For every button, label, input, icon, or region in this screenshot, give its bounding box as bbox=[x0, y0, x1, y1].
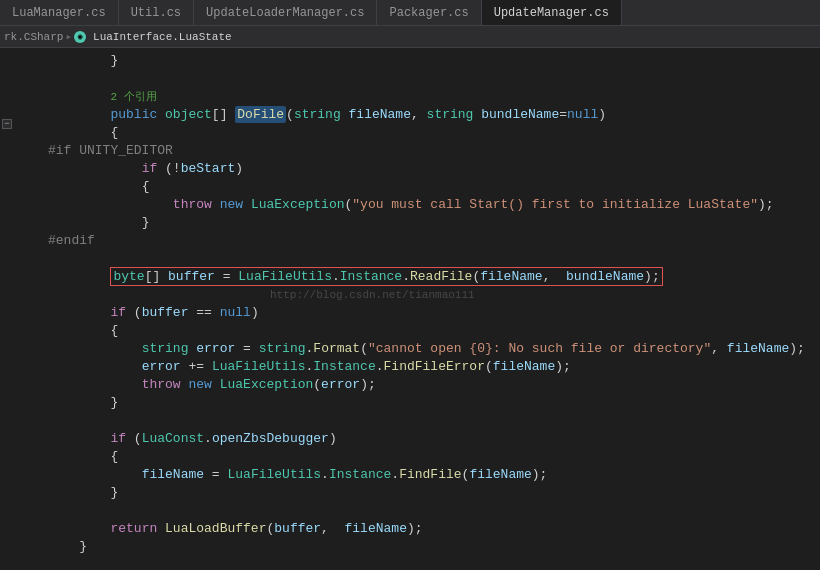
code-line: throw new LuaException(error); bbox=[0, 376, 820, 394]
line-content: { bbox=[40, 322, 820, 340]
code-area[interactable]: } 2 个引用 − public object[] DoFile(string … bbox=[0, 48, 820, 570]
code-line: fileName = LuaFileUtils.Instance.FindFil… bbox=[0, 466, 820, 484]
line-content: throw new LuaException("you must call St… bbox=[40, 196, 820, 214]
code-line: 2 个引用 bbox=[0, 88, 820, 106]
line-content: if (buffer == null) bbox=[40, 304, 820, 322]
code-line bbox=[0, 502, 820, 520]
breadcrumb-right: ◉ LuaInterface.LuaState bbox=[74, 31, 232, 43]
code-line: } bbox=[0, 52, 820, 70]
code-line: #if UNITY_EDITOR bbox=[0, 142, 820, 160]
code-line: if (!beStart) bbox=[0, 160, 820, 178]
line-content: return LuaLoadBuffer(buffer, fileName); bbox=[40, 520, 820, 538]
code-line: { bbox=[0, 322, 820, 340]
tab-util[interactable]: Util.cs bbox=[119, 0, 194, 25]
line-content: } bbox=[40, 538, 820, 556]
code-line: { bbox=[0, 124, 820, 142]
line-content: { bbox=[40, 124, 820, 142]
line-content: } bbox=[40, 214, 820, 232]
code-line bbox=[0, 70, 820, 88]
collapse-btn[interactable]: − bbox=[2, 119, 12, 129]
code-line: string error = string.Format("cannot ope… bbox=[0, 340, 820, 358]
throw-line: throw new LuaException("you must call St… bbox=[0, 196, 820, 214]
tab-packager[interactable]: Packager.cs bbox=[377, 0, 481, 25]
code-line: } bbox=[0, 484, 820, 502]
code-line bbox=[0, 286, 820, 304]
line-content: string error = string.Format("cannot ope… bbox=[40, 340, 820, 358]
line-content: throw new LuaException(error); bbox=[40, 376, 820, 394]
line-content: } bbox=[40, 52, 820, 70]
line-content: byte[] buffer = LuaFileUtils.Instance.Re… bbox=[40, 268, 820, 286]
line-content bbox=[40, 250, 820, 268]
code-line: #endif bbox=[0, 232, 820, 250]
line-content: if (!beStart) bbox=[40, 160, 820, 178]
line-content bbox=[40, 502, 820, 520]
code-line: } bbox=[0, 538, 820, 556]
highlighted-code-line: byte[] buffer = LuaFileUtils.Instance.Re… bbox=[0, 268, 820, 286]
code-line: } bbox=[0, 394, 820, 412]
line-content: { bbox=[40, 178, 820, 196]
line-content: } bbox=[40, 484, 820, 502]
line-content: fileName = LuaFileUtils.Instance.FindFil… bbox=[40, 466, 820, 484]
code-line: if (LuaConst.openZbsDebugger) bbox=[0, 430, 820, 448]
line-content: #endif bbox=[40, 232, 820, 250]
line-content: } bbox=[40, 394, 820, 412]
line-content bbox=[40, 70, 820, 88]
code-line: return LuaLoadBuffer(buffer, fileName); bbox=[0, 520, 820, 538]
tab-luamanager[interactable]: LuaManager.cs bbox=[0, 0, 119, 25]
code-line bbox=[0, 250, 820, 268]
code-line: − public object[] DoFile(string fileName… bbox=[0, 106, 820, 124]
tab-bar: LuaManager.cs Util.cs UpdateLoaderManage… bbox=[0, 0, 820, 26]
code-line: { bbox=[0, 178, 820, 196]
line-content: 2 个引用 bbox=[40, 88, 820, 106]
tab-updateloadermanager[interactable]: UpdateLoaderManager.cs bbox=[194, 0, 377, 25]
breadcrumb-bar: rk.CSharp ▸ ◉ LuaInterface.LuaState bbox=[0, 26, 820, 48]
breadcrumb-separator: ▸ bbox=[65, 30, 72, 43]
code-line: } bbox=[0, 214, 820, 232]
line-content bbox=[40, 286, 820, 304]
code-line: if (buffer == null) bbox=[0, 304, 820, 322]
code-line: { bbox=[0, 448, 820, 466]
breadcrumb-left: rk.CSharp bbox=[4, 31, 63, 43]
line-content: public object[] DoFile(string fileName, … bbox=[40, 106, 820, 124]
lua-icon: ◉ bbox=[74, 31, 86, 43]
code-line bbox=[0, 412, 820, 430]
line-content: #if UNITY_EDITOR bbox=[40, 142, 820, 160]
tab-updatemanager[interactable]: UpdateManager.cs bbox=[482, 0, 622, 25]
line-content: if (LuaConst.openZbsDebugger) bbox=[40, 430, 820, 448]
code-line: error += LuaFileUtils.Instance.FindFileE… bbox=[0, 358, 820, 376]
line-content: error += LuaFileUtils.Instance.FindFileE… bbox=[40, 358, 820, 376]
line-content bbox=[40, 412, 820, 430]
line-content: { bbox=[40, 448, 820, 466]
